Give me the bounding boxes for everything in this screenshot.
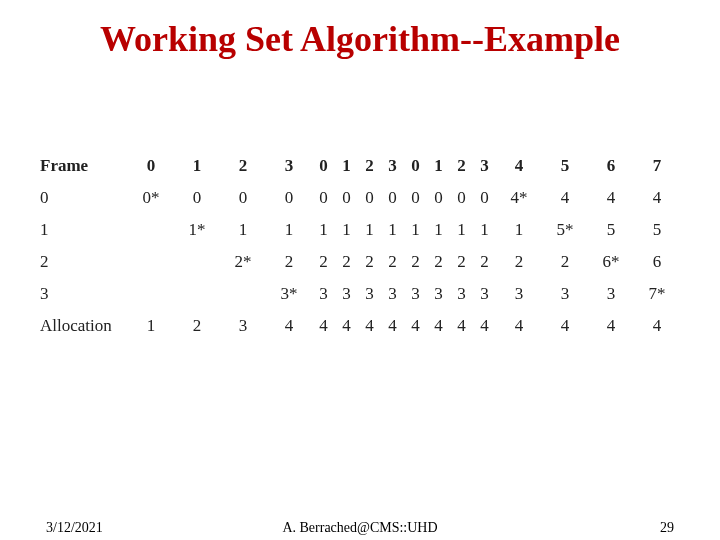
cell: 2 [381, 246, 404, 278]
cell: 0 [381, 182, 404, 214]
cell: 0 [335, 182, 358, 214]
footer-author: A. Berrached@CMS::UHD [0, 520, 720, 536]
cell: 4 [335, 310, 358, 342]
cell: 5 [634, 214, 680, 246]
slide-title: Working Set Algorithm--Example [0, 18, 720, 60]
table-row: 3 3* 3 3 3 3 3 3 3 3 3 3 3 7* [40, 278, 680, 310]
cell [220, 278, 266, 310]
cell: 1 [312, 214, 335, 246]
col-header: 0 [404, 150, 427, 182]
cell: 2 [450, 246, 473, 278]
col-header: 3 [473, 150, 496, 182]
cell: 0 [473, 182, 496, 214]
cell: 7* [634, 278, 680, 310]
cell: 4 [588, 310, 634, 342]
cell: 1 [496, 214, 542, 246]
cell: 2 [335, 246, 358, 278]
cell: 4 [588, 182, 634, 214]
col-header: 3 [266, 150, 312, 182]
cell: 2 [404, 246, 427, 278]
cell: 1 [381, 214, 404, 246]
cell: 4 [542, 310, 588, 342]
cell: 4 [473, 310, 496, 342]
cell [128, 278, 174, 310]
cell: 4 [427, 310, 450, 342]
cell: 4 [312, 310, 335, 342]
col-header: 1 [174, 150, 220, 182]
cell: 2* [220, 246, 266, 278]
cell: 4 [542, 182, 588, 214]
cell: 1 [128, 310, 174, 342]
table-header-row: Frame 0 1 2 3 0 1 2 3 0 1 2 3 4 5 6 7 [40, 150, 680, 182]
cell: 4* [496, 182, 542, 214]
cell: 1 [266, 214, 312, 246]
header-frame-label: Frame [40, 150, 128, 182]
col-header: 2 [220, 150, 266, 182]
col-header: 3 [381, 150, 404, 182]
cell: 3 [404, 278, 427, 310]
cell: 3 [312, 278, 335, 310]
cell: 6 [634, 246, 680, 278]
col-header: 7 [634, 150, 680, 182]
cell: 4 [266, 310, 312, 342]
cell: 0 [404, 182, 427, 214]
table-row: 0 0* 0 0 0 0 0 0 0 0 0 0 0 4* 4 4 4 [40, 182, 680, 214]
cell: 1 [358, 214, 381, 246]
cell: 3 [381, 278, 404, 310]
cell: 2 [542, 246, 588, 278]
cell: 0* [128, 182, 174, 214]
cell: 1 [220, 214, 266, 246]
cell [174, 246, 220, 278]
cell: 5 [588, 214, 634, 246]
cell: 0 [358, 182, 381, 214]
cell: 3 [542, 278, 588, 310]
cell: 4 [404, 310, 427, 342]
cell: 2 [496, 246, 542, 278]
cell: 2 [174, 310, 220, 342]
table: Frame 0 1 2 3 0 1 2 3 0 1 2 3 4 5 6 7 [40, 150, 680, 342]
cell [174, 278, 220, 310]
col-header: 2 [358, 150, 381, 182]
col-header: 2 [450, 150, 473, 182]
table-row: 2 2* 2 2 2 2 2 2 2 2 2 2 2 6* 6 [40, 246, 680, 278]
cell: 3 [588, 278, 634, 310]
cell: 2 [427, 246, 450, 278]
cell: 1* [174, 214, 220, 246]
cell: 4 [381, 310, 404, 342]
cell: 3 [335, 278, 358, 310]
cell: 1 [473, 214, 496, 246]
col-header: 6 [588, 150, 634, 182]
col-header: 1 [427, 150, 450, 182]
cell: 3 [473, 278, 496, 310]
cell: 2 [266, 246, 312, 278]
algorithm-table: Frame 0 1 2 3 0 1 2 3 0 1 2 3 4 5 6 7 [40, 150, 680, 342]
col-header: 0 [312, 150, 335, 182]
cell: 0 [427, 182, 450, 214]
cell: 3 [496, 278, 542, 310]
table-row: 1 1* 1 1 1 1 1 1 1 1 1 1 1 5* 5 5 [40, 214, 680, 246]
cell: 2 [358, 246, 381, 278]
cell: 4 [634, 310, 680, 342]
col-header: 5 [542, 150, 588, 182]
row-label: 1 [40, 214, 128, 246]
cell: 4 [634, 182, 680, 214]
col-header: 4 [496, 150, 542, 182]
row-label: Allocation [40, 310, 128, 342]
cell [128, 214, 174, 246]
row-label: 2 [40, 246, 128, 278]
cell: 3 [358, 278, 381, 310]
cell: 1 [427, 214, 450, 246]
cell: 4 [450, 310, 473, 342]
row-label: 0 [40, 182, 128, 214]
cell: 0 [312, 182, 335, 214]
table-row: Allocation 1 2 3 4 4 4 4 4 4 4 4 4 4 4 4 [40, 310, 680, 342]
cell: 1 [335, 214, 358, 246]
cell: 3 [220, 310, 266, 342]
cell: 3* [266, 278, 312, 310]
cell: 0 [266, 182, 312, 214]
footer-page-number: 29 [660, 520, 674, 536]
cell: 0 [174, 182, 220, 214]
cell [128, 246, 174, 278]
cell: 6* [588, 246, 634, 278]
cell: 2 [312, 246, 335, 278]
